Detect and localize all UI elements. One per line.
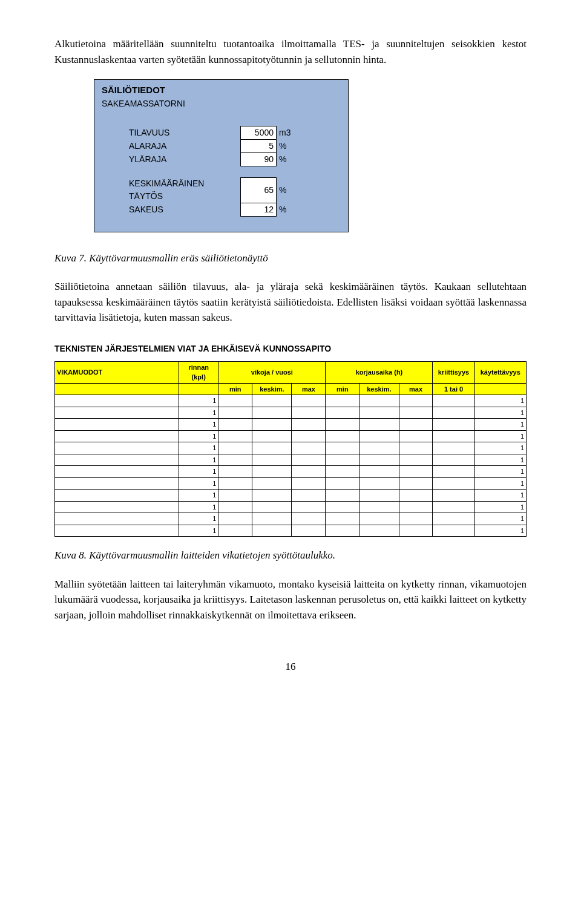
table-cell xyxy=(55,477,179,490)
table-cell xyxy=(252,395,292,407)
table-cell xyxy=(433,430,474,442)
table-cell xyxy=(326,395,359,407)
table-cell xyxy=(326,513,359,525)
col-rinnan: rinnan (kpl) xyxy=(179,361,218,383)
table-cell xyxy=(252,477,292,490)
col-keskim1: keskim. xyxy=(252,383,292,395)
table-cell: 1 xyxy=(179,419,218,431)
table-cell xyxy=(359,442,399,454)
table-cell: 1 xyxy=(474,407,526,419)
table-row: 11 xyxy=(55,525,527,537)
table-cell xyxy=(292,395,326,407)
table-cell xyxy=(433,442,474,454)
table-cell: 1 xyxy=(474,513,526,525)
table-cell xyxy=(55,513,179,525)
table-cell xyxy=(292,419,326,431)
col-max1: max xyxy=(292,383,326,395)
table-cell xyxy=(399,454,433,466)
box-title: SÄILIÖTIEDOT xyxy=(96,81,347,97)
table-cell xyxy=(326,442,359,454)
table-cell xyxy=(399,525,433,537)
table-section-header: TEKNISTEN JÄRJESTELMIEN VIAT JA EHKÄISEV… xyxy=(54,342,527,355)
box-values-2: KESKIMÄÄRÄINEN TÄYTÖS 65 % SAKEUS 12 % xyxy=(129,177,292,217)
table-row: 11 xyxy=(55,490,527,502)
col-kriittisyys: kriittisyys xyxy=(433,361,474,383)
table-cell xyxy=(252,407,292,419)
table-cell xyxy=(218,490,252,502)
row-value: 65 xyxy=(241,177,277,203)
table-cell xyxy=(55,442,179,454)
row-value: 5000 xyxy=(241,126,277,139)
page-number: 16 xyxy=(54,659,527,675)
table-row: 11 xyxy=(55,501,527,513)
table-cell xyxy=(292,513,326,525)
table-cell xyxy=(399,407,433,419)
table-cell xyxy=(326,501,359,513)
table-cell: 1 xyxy=(179,513,218,525)
col-vikoja: vikoja / vuosi xyxy=(218,361,326,383)
table-cell xyxy=(433,513,474,525)
table-row: 11 xyxy=(55,419,527,431)
table-cell: 1 xyxy=(179,477,218,490)
table-cell xyxy=(252,501,292,513)
table-cell xyxy=(252,430,292,442)
table-cell xyxy=(218,442,252,454)
table-cell xyxy=(218,419,252,431)
table-cell xyxy=(399,466,433,478)
table-cell xyxy=(359,454,399,466)
table-cell xyxy=(326,490,359,502)
table-cell: 1 xyxy=(179,466,218,478)
table-cell: 1 xyxy=(474,490,526,502)
table-cell xyxy=(433,407,474,419)
table-cell: 1 xyxy=(474,525,526,537)
col-min1: min xyxy=(218,383,252,395)
row-unit: % xyxy=(277,152,293,166)
col-empty xyxy=(474,383,526,395)
table-cell xyxy=(326,407,359,419)
table-cell: 1 xyxy=(474,442,526,454)
table-row: 11 xyxy=(55,430,527,442)
table-row: 11 xyxy=(55,395,527,407)
table-cell xyxy=(359,477,399,490)
table-cell xyxy=(292,525,326,537)
table-cell xyxy=(55,454,179,466)
table-row: 11 xyxy=(55,477,527,490)
table-row: 11 xyxy=(55,513,527,525)
row-unit: % xyxy=(277,203,293,216)
table-cell xyxy=(55,407,179,419)
table-cell: 1 xyxy=(179,501,218,513)
table-cell xyxy=(399,430,433,442)
table-cell xyxy=(292,477,326,490)
table-cell xyxy=(326,454,359,466)
table-cell xyxy=(218,501,252,513)
table-cell xyxy=(433,419,474,431)
figure-7-caption: Kuva 7. Käyttövarmuusmallin eräs säiliöt… xyxy=(54,251,527,266)
table-cell xyxy=(433,395,474,407)
table-row: 11 xyxy=(55,407,527,419)
table-cell xyxy=(359,395,399,407)
box-values-1: TILAVUUS 5000 m3 ALARAJA 5 % YLÄRAJA 90 … xyxy=(129,126,292,166)
row-unit: % xyxy=(277,139,293,152)
table-cell: 1 xyxy=(474,430,526,442)
table-cell xyxy=(433,490,474,502)
table-cell xyxy=(252,454,292,466)
table-cell xyxy=(399,419,433,431)
paragraph-3: Malliin syötetään laitteen tai laiteryhm… xyxy=(54,577,527,623)
table-cell xyxy=(399,442,433,454)
table-cell xyxy=(433,477,474,490)
col-vikamuodot: VIKAMUODOT xyxy=(55,361,179,383)
table-cell: 1 xyxy=(179,525,218,537)
col-tai: 1 tai 0 xyxy=(433,383,474,395)
table-cell xyxy=(252,466,292,478)
table-cell xyxy=(292,407,326,419)
table-cell: 1 xyxy=(474,454,526,466)
table-cell xyxy=(252,442,292,454)
col-min2: min xyxy=(326,383,359,395)
table-cell xyxy=(55,419,179,431)
table-cell xyxy=(399,490,433,502)
table-row: 11 xyxy=(55,454,527,466)
col-keskim2: keskim. xyxy=(359,383,399,395)
table-cell xyxy=(252,525,292,537)
table-cell xyxy=(292,442,326,454)
row-label: YLÄRAJA xyxy=(129,152,241,166)
